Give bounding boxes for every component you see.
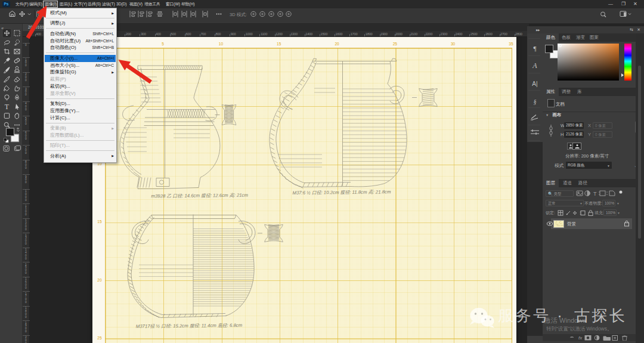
- svg-text:fx: fx: [578, 335, 583, 341]
- svg-text:T: T: [593, 191, 597, 197]
